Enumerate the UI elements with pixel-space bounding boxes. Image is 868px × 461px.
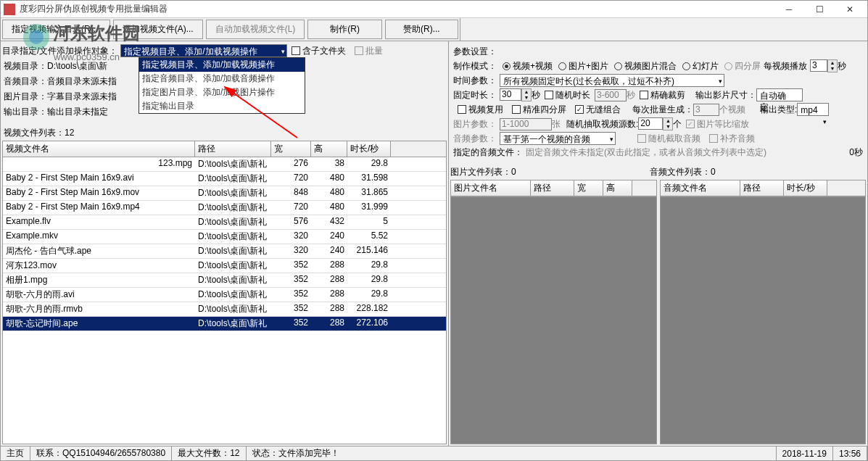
dd-item-out[interactable]: 指定输出目录: [139, 99, 305, 113]
titlebar: 度彩四分屏伪原创视频专用批量编辑器 ─ ☐ ✕: [1, 1, 867, 18]
fixed-dur-label: 固定时长：: [453, 89, 497, 101]
video-list-count: 视频文件列表：12: [2, 126, 447, 140]
out-type-combo[interactable]: mp4: [797, 103, 829, 116]
header-duration[interactable]: 时长/秒: [347, 141, 391, 157]
random-dur-input: 3-600: [595, 89, 627, 101]
table-row[interactable]: Example.mkvD:\tools\桌面\新礼3202405.52: [3, 230, 446, 244]
audio-file-value[interactable]: 固定音频文件未指定(双击此指定，或者从音频文件列表中选定): [526, 146, 766, 159]
out-size-combo[interactable]: 自动确定: [756, 88, 803, 101]
video-grid-header: 视频文件名 路径 宽 高 时长/秒: [2, 141, 447, 157]
audio-combo[interactable]: 基于第一个视频的音频: [500, 132, 616, 145]
sponsor-button[interactable]: 赞助(R)...: [385, 20, 458, 39]
precise-quad-checkbox[interactable]: 精准四分屏: [512, 104, 566, 116]
header-height[interactable]: 高: [311, 141, 347, 157]
make-button[interactable]: 制作(R): [307, 20, 382, 39]
audio-grid-header: 音频文件名 路径 时长/秒: [660, 180, 867, 196]
target-dropdown[interactable]: 指定视频目录、添加/加载视频操作 指定音频目录、添加/加载音频操作 指定图片目录…: [139, 57, 305, 114]
precise-cut-checkbox[interactable]: 精确裁剪: [640, 89, 685, 101]
mode-label: 制作模式：: [453, 60, 497, 72]
rand-pick-label: 随机抽取视频源数:: [566, 118, 638, 130]
status-maxfiles: 最大文件数：12: [172, 447, 246, 460]
seamless-checkbox[interactable]: ✓无缝组合: [575, 104, 621, 116]
batch-checkbox[interactable]: 批量: [355, 45, 383, 57]
header-filename[interactable]: 视频文件名: [3, 141, 195, 157]
status-date: 2018-11-19: [777, 447, 833, 460]
out-size-label: 输出影片尺寸：: [695, 89, 756, 101]
mode-video-video[interactable]: 视频+视频: [503, 60, 553, 72]
video-grid-body[interactable]: 123.mpgD:\tools\桌面\新礼2763829.8Baby 2 - F…: [2, 157, 447, 444]
param-title: 参数设置：: [453, 46, 863, 58]
table-row[interactable]: 周杰伦 - 告白气球.apeD:\tools\桌面\新礼320240215.14…: [3, 244, 446, 259]
audio-grid-body[interactable]: [660, 196, 867, 444]
add-video-file-button[interactable]: 添加视频文件(A)...: [113, 20, 203, 39]
spinner-down-icon[interactable]: ▼: [828, 66, 837, 72]
statusbar: 主页 联系：QQ15104946/2655780380 最大文件数：12 状态：…: [1, 446, 867, 460]
table-row[interactable]: 相册1.mpgD:\tools\桌面\新礼35228829.8: [3, 273, 446, 288]
mode-quad: 四分屏: [724, 60, 761, 72]
set-video-dir-button[interactable]: 指定视频输入目录(R)...: [2, 20, 110, 39]
table-row[interactable]: 胡歌-六月的雨.rmvbD:\tools\桌面\新礼352288228.182: [3, 302, 446, 317]
pic-param-label: 图片参数：: [453, 118, 497, 130]
close-button[interactable]: ✕: [835, 2, 864, 17]
app-icon: [4, 4, 15, 15]
window-title: 度彩四分屏伪原创视频专用批量编辑器: [20, 3, 774, 15]
status-time: 13:56: [833, 447, 867, 460]
table-row[interactable]: Baby 2 - First Step Main 16x9.mp4D:\tool…: [3, 201, 446, 215]
pic-grid-body[interactable]: [450, 196, 657, 444]
zero-sec: 0秒: [849, 146, 863, 159]
fill-audio-checkbox: 补齐音频: [709, 133, 755, 145]
table-row[interactable]: 胡歌-六月的雨.aviD:\tools\桌面\新礼35228829.8: [3, 288, 446, 302]
status-state: 状态：文件添加完毕！: [247, 447, 777, 460]
table-row[interactable]: 胡歌-忘记时间.apeD:\tools\桌面\新礼352288272.106: [3, 317, 446, 331]
spinner-up-icon[interactable]: ▲: [828, 60, 837, 66]
include-subfolder-checkbox[interactable]: 含子文件夹: [292, 45, 346, 57]
table-row[interactable]: 123.mpgD:\tools\桌面\新礼2763829.8: [3, 157, 446, 172]
table-row[interactable]: Baby 2 - First Step Main 16x9.aviD:\tool…: [3, 172, 446, 186]
status-main[interactable]: 主页: [1, 447, 30, 460]
audio-param-label: 音频参数：: [453, 133, 497, 145]
random-dur-checkbox[interactable]: 随机时长: [545, 89, 590, 101]
mode-pic-pic[interactable]: 图片+图片: [558, 60, 608, 72]
toolbar: 指定视频输入目录(R)... 添加视频文件(A)... 自动加载视频文件(L) …: [1, 18, 867, 41]
rand-audio-checkbox: 随机截取音频: [637, 133, 700, 145]
mode-video-pic[interactable]: 视频图片混合: [614, 60, 677, 72]
batch-gen-input: 3: [693, 104, 719, 116]
target-combo[interactable]: 指定视频目录、添加/加载视频操作: [120, 44, 287, 57]
per-play-label: 每视频播放: [764, 60, 807, 72]
time-label: 时间参数：: [453, 75, 497, 87]
table-row[interactable]: Baby 2 - First Step Main 16x9.movD:\tool…: [3, 186, 446, 201]
audio-list-count: 音频文件列表：0: [650, 166, 716, 178]
table-row[interactable]: Example.flvD:\tools\桌面\新礼5764325: [3, 215, 446, 230]
pic-param-input: 1-1000: [500, 118, 552, 130]
auto-load-button[interactable]: 自动加载视频文件(L): [206, 20, 305, 39]
pic-grid-header: 图片文件名 路径 宽 高: [450, 180, 657, 196]
dd-item-pic[interactable]: 指定图片目录、添加/加载图片操作: [139, 86, 305, 99]
target-combo-label: 目录指定/文件添加操作对象：: [2, 45, 117, 57]
table-row[interactable]: 河东123.movD:\tools\桌面\新礼35228829.8: [3, 259, 446, 273]
time-combo[interactable]: 所有视频固定时长(过长会截取，过短不补齐): [500, 74, 724, 87]
reuse-checkbox[interactable]: 视频复用: [458, 104, 503, 116]
status-contact: 联系：QQ15104946/2655780380: [30, 447, 172, 460]
audio-file-label: 指定的音频文件：: [453, 146, 523, 159]
mode-slide[interactable]: 幻灯片: [682, 60, 719, 72]
header-width[interactable]: 宽: [271, 141, 311, 157]
per-play-input[interactable]: 3: [810, 59, 827, 72]
header-path[interactable]: 路径: [195, 141, 271, 157]
minimize-button[interactable]: ─: [774, 2, 803, 17]
scale-pic-checkbox: ✓图片等比缩放: [686, 118, 749, 130]
fixed-dur-input[interactable]: 30: [500, 88, 521, 101]
batch-gen-label: 每次批量生成：: [632, 104, 693, 116]
dd-item-video[interactable]: 指定视频目录、添加/加载视频操作: [139, 58, 305, 72]
pic-list-count: 图片文件列表：0: [450, 166, 650, 178]
maximize-button[interactable]: ☐: [805, 2, 834, 17]
dd-item-audio[interactable]: 指定音频目录、添加/加载音频操作: [139, 72, 305, 86]
rand-pick-input[interactable]: 20: [638, 117, 663, 130]
